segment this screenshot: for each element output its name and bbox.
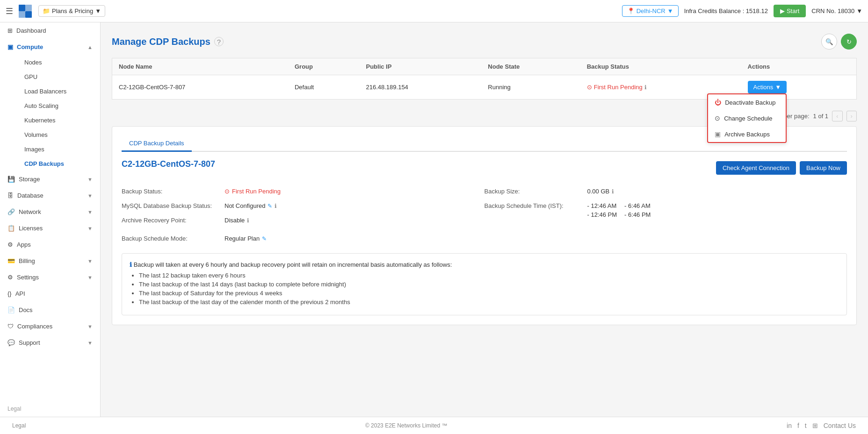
sidebar-item-gpu[interactable]: GPU xyxy=(17,70,100,84)
backup-status-label: Backup Status: xyxy=(122,188,224,195)
schedule-mode-label: Backup Schedule Mode: xyxy=(122,235,224,242)
next-page-button[interactable]: › xyxy=(846,111,857,121)
sidebar-item-images[interactable]: Images xyxy=(17,142,100,157)
sidebar-item-volumes[interactable]: Volumes xyxy=(17,128,100,142)
backup-status-detail-value: ⊙ First Run Pending xyxy=(224,188,281,195)
storage-arrow-icon: ▼ xyxy=(87,177,93,182)
sidebar-legal-label[interactable]: Legal xyxy=(7,406,21,412)
logo xyxy=(18,4,33,19)
col-backup-status: Backup Status xyxy=(580,58,741,75)
sidebar-settings-label: Settings xyxy=(17,274,39,281)
twitter-icon[interactable]: t xyxy=(805,422,807,429)
info-bullet-2: The last backup of Saturday for the prev… xyxy=(139,290,839,297)
contact-us-label[interactable]: Contact Us xyxy=(824,422,856,429)
sidebar-item-compute[interactable]: ▣ Compute ▲ xyxy=(0,39,100,55)
compute-icon: ▣ xyxy=(7,43,13,50)
actions-arrow-icon: ▼ xyxy=(775,84,781,91)
schedule-mode-text: Regular Plan xyxy=(224,235,260,242)
sidebar-compliances-label: Compliances xyxy=(17,323,52,330)
sidebar-item-support[interactable]: 💬 Support ▼ xyxy=(0,334,100,351)
mysql-edit-icon[interactable]: ✎ xyxy=(268,203,272,209)
sidebar-item-api[interactable]: {} API xyxy=(0,285,100,302)
start-button[interactable]: ▶ Start xyxy=(774,5,806,17)
licenses-icon: 📋 xyxy=(7,225,15,232)
schedule-time-label: Backup Schedule Time (IST): xyxy=(485,202,587,209)
settings-icon: ⚙ xyxy=(7,274,13,281)
docs-icon: 📄 xyxy=(7,306,15,313)
mysql-info-icon[interactable]: ℹ xyxy=(275,203,277,209)
apps-icon: ⚙ xyxy=(7,241,13,248)
sidebar-database-label: Database xyxy=(17,192,43,199)
refresh-button[interactable]: ↻ xyxy=(841,34,857,50)
hamburger-icon[interactable]: ☰ xyxy=(6,6,13,16)
search-button[interactable]: 🔍 xyxy=(821,34,837,50)
licenses-arrow-icon: ▼ xyxy=(87,226,93,231)
sidebar-item-docs[interactable]: 📄 Docs xyxy=(0,302,100,318)
status-pending-icon: ⊙ xyxy=(587,84,592,91)
tab-cdp-backup-details[interactable]: CDP Backup Details xyxy=(122,136,192,152)
crn-label: CRN No. 18030 xyxy=(811,7,854,14)
sidebar-item-dashboard[interactable]: ⊞ Dashboard xyxy=(0,22,100,39)
dropdown-item-change-schedule[interactable]: ⊙ Change Schedule xyxy=(708,110,786,126)
backup-size-value: 0.00 GB ℹ xyxy=(587,188,615,195)
col-public-ip: Public IP xyxy=(359,58,481,75)
sidebar-item-network[interactable]: 🔗 Network ▼ xyxy=(0,204,100,220)
plans-pricing-button[interactable]: 📁 Plans & Pricing ▼ xyxy=(38,5,105,17)
linkedin-icon[interactable]: in xyxy=(787,422,792,429)
detail-left-col: Backup Status: ⊙ First Run Pending MySQL… xyxy=(122,184,485,228)
sidebar-item-kubernetes[interactable]: Kubernetes xyxy=(17,113,100,128)
detail-mysql-row: MySQL Database Backup Status: Not Config… xyxy=(122,199,485,213)
archive-icon: ▣ xyxy=(715,130,721,138)
facebook-icon[interactable]: f xyxy=(797,422,799,429)
sidebar-item-licenses[interactable]: 📋 Licenses ▼ xyxy=(0,220,100,236)
page-title: Manage CDP Backups xyxy=(112,36,210,47)
info-icon-symbol: ℹ xyxy=(130,261,134,268)
sidebar-dashboard-label: Dashboard xyxy=(16,27,46,34)
sidebar-item-compliances[interactable]: 🛡 Compliances ▼ xyxy=(0,318,100,334)
sidebar-item-cdp-backups[interactable]: CDP Backups xyxy=(17,157,100,171)
status-info-icon[interactable]: ℹ xyxy=(644,84,647,91)
schedule-time-3: - 6:46 PM xyxy=(624,211,654,218)
backup-size-info-icon[interactable]: ℹ xyxy=(612,188,614,195)
api-icon: {} xyxy=(7,290,12,297)
prev-page-button[interactable]: ‹ xyxy=(832,111,842,121)
detail-right-col: Backup Size: 0.00 GB ℹ Backup Schedule T… xyxy=(485,184,847,228)
backup-size-label: Backup Size: xyxy=(485,188,587,195)
sidebar-api-label: API xyxy=(15,290,25,297)
backup-size-text: 0.00 GB xyxy=(587,188,610,195)
region-button[interactable]: 📍 Delhi-NCR ▼ xyxy=(622,5,679,17)
sidebar-item-auto-scaling[interactable]: Auto Scaling xyxy=(17,99,100,113)
backup-now-button[interactable]: Backup Now xyxy=(800,161,847,175)
database-icon: 🗄 xyxy=(7,192,14,199)
archive-info-icon[interactable]: ℹ xyxy=(247,217,249,224)
dropdown-item-archive[interactable]: ▣ Archive Backups xyxy=(708,126,786,142)
archive-text: Disable xyxy=(224,217,245,224)
crn-display[interactable]: CRN No. 18030 ▼ xyxy=(811,7,862,14)
sidebar-docs-label: Docs xyxy=(19,306,33,313)
sidebar-item-nodes[interactable]: Nodes xyxy=(17,55,100,70)
sidebar-item-settings[interactable]: ⚙ Settings ▼ xyxy=(0,269,100,285)
sidebar-item-apps[interactable]: ⚙ Apps xyxy=(0,236,100,253)
node-action-buttons: Check Agent Connection Backup Now xyxy=(716,161,847,175)
sidebar-item-billing[interactable]: 💳 Billing ▼ xyxy=(0,253,100,269)
sidebar-item-load-balancers[interactable]: Load Balancers xyxy=(17,84,100,99)
help-icon[interactable]: ? xyxy=(214,37,224,46)
detail-archive-row: Archive Recovery Point: Disable ℹ xyxy=(122,213,485,228)
detail-schedule-row: Backup Schedule Time (IST): - 12:46 AM -… xyxy=(485,199,847,222)
svg-rect-1 xyxy=(25,5,32,11)
support-icon: 💬 xyxy=(7,339,15,346)
footer: Legal © 2023 E2E Networks Limited ™ in f… xyxy=(0,417,868,434)
sidebar-item-database[interactable]: 🗄 Database ▼ xyxy=(0,187,100,204)
sidebar-item-storage[interactable]: 💾 Storage ▼ xyxy=(0,171,100,187)
rss-icon[interactable]: ⊞ xyxy=(812,422,818,429)
table-header-row: Node Name Group Public IP Node State Bac… xyxy=(112,58,857,75)
network-arrow-icon: ▼ xyxy=(87,209,93,215)
start-icon: ▶ xyxy=(780,7,785,14)
dropdown-item-deactivate[interactable]: ⏻ Deactivate Backup xyxy=(708,94,786,110)
footer-legal-label[interactable]: Legal xyxy=(5,422,26,429)
schedule-mode-edit-icon[interactable]: ✎ xyxy=(262,235,267,242)
check-agent-button[interactable]: Check Agent Connection xyxy=(716,161,796,175)
actions-dropdown-button[interactable]: Actions ▼ xyxy=(748,81,787,93)
sidebar: ⊞ Dashboard ▣ Compute ▲ Nodes GPU Load B… xyxy=(0,22,101,417)
schedule-time-2: - 12:46 PM xyxy=(587,211,617,218)
